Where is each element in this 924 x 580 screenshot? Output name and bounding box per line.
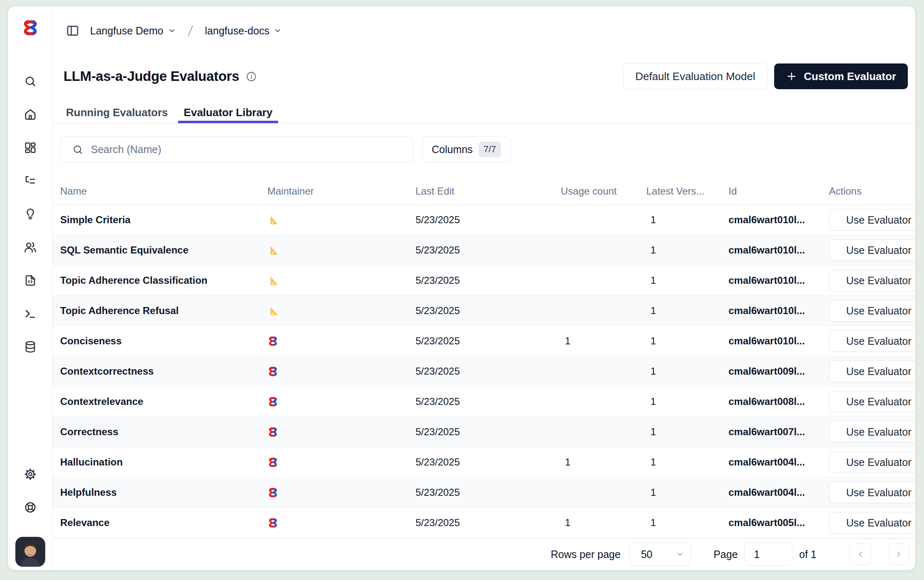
user-avatar[interactable]	[15, 537, 45, 567]
evaluator-name: Relevance	[60, 517, 267, 529]
tab-evaluator-library[interactable]: Evaluator Library	[178, 102, 279, 123]
langfuse-logo-icon[interactable]	[21, 19, 39, 37]
column-header-latest-version[interactable]: Latest Vers...	[646, 185, 728, 197]
tracing-tree-icon[interactable]	[24, 175, 37, 187]
triangular-ruler-icon	[267, 214, 279, 226]
maintainer-cell	[267, 305, 416, 317]
search-input[interactable]	[91, 144, 413, 156]
use-evaluator-button[interactable]: Use Evaluator	[829, 512, 916, 534]
use-evaluator-button[interactable]: Use Evaluator	[829, 300, 916, 322]
next-page-button[interactable]	[888, 543, 909, 565]
column-header-name[interactable]: Name	[60, 185, 267, 197]
app-window: Langfuse Demo langfuse-docs LLM-as-a-Jud…	[7, 6, 916, 570]
use-evaluator-button[interactable]: Use Evaluator	[829, 421, 916, 443]
table-row[interactable]: Contextrelevance 5/23/2025 1 cmal6wart00…	[53, 387, 916, 417]
langfuse-knot-icon	[267, 336, 279, 347]
chevron-left-icon	[856, 550, 865, 559]
table-row[interactable]: SQL Semantic Equivalence 5/23/2025 1 cma…	[53, 235, 916, 266]
last-edit-date: 5/23/2025	[416, 275, 561, 286]
use-evaluator-button[interactable]: Use Evaluator	[829, 209, 916, 231]
use-evaluator-button[interactable]: Use Evaluator	[829, 239, 916, 261]
langfuse-knot-icon	[267, 366, 279, 377]
use-evaluator-button[interactable]: Use Evaluator	[829, 270, 916, 291]
previous-page-button[interactable]	[850, 543, 871, 565]
evaluator-id: cmal6wart008l...	[728, 396, 829, 407]
page-number-input[interactable]	[744, 543, 792, 566]
page-label: Page	[714, 548, 738, 561]
table-row[interactable]: Hallucination 5/23/2025 1 1 cmal6wart004…	[53, 447, 916, 478]
evaluator-id: cmal6wart004l...	[728, 487, 829, 498]
table-row[interactable]: Topic Adherence Classification 5/23/2025…	[53, 266, 916, 296]
tab-bar: Running Evaluators Evaluator Library	[53, 102, 915, 123]
evaluator-name: Correctness	[60, 426, 267, 438]
last-edit-date: 5/23/2025	[416, 305, 561, 317]
use-evaluator-button[interactable]: Use Evaluator	[829, 391, 916, 412]
evaluator-name: Topic Adherence Classification	[60, 275, 267, 286]
langfuse-knot-icon	[267, 396, 279, 407]
chevron-down-icon	[168, 27, 176, 35]
langfuse-knot-icon	[267, 457, 279, 468]
use-evaluator-button[interactable]: Use Evaluator	[829, 361, 916, 382]
table-row[interactable]: Correctness 5/23/2025 1 cmal6wart007l...…	[53, 417, 916, 447]
column-header-actions[interactable]: Actions	[829, 185, 916, 197]
column-header-maintainer[interactable]: Maintainer	[267, 185, 416, 197]
use-evaluator-button[interactable]: Use Evaluator	[829, 451, 916, 473]
datasets-database-icon[interactable]	[24, 341, 37, 353]
column-header-last-edit[interactable]: Last Edit	[416, 185, 561, 197]
breadcrumb-separator	[187, 24, 194, 37]
page-total-label: of 1	[799, 548, 816, 561]
prompts-file-code-icon[interactable]	[24, 274, 37, 287]
support-lifebuoy-icon[interactable]	[24, 501, 37, 514]
users-icon[interactable]	[24, 241, 37, 253]
table-body: Simple Criteria 5/23/2025 1 cmal6wart010…	[53, 205, 915, 538]
evaluator-name: Hallucination	[60, 456, 267, 468]
evaluator-id: cmal6wart005l...	[728, 517, 829, 529]
evaluator-id: cmal6wart007l...	[728, 426, 829, 438]
custom-evaluator-label: Custom Evaluator	[804, 70, 897, 83]
table-row[interactable]: Helpfulness 5/23/2025 1 cmal6wart004l...…	[53, 478, 916, 508]
sidebar-nav	[24, 75, 37, 353]
breadcrumb-project[interactable]: langfuse-docs	[205, 25, 282, 37]
use-evaluator-button[interactable]: Use Evaluator	[829, 330, 916, 352]
page-title: LLM-as-a-Judge Evaluators	[64, 68, 239, 84]
last-edit-date: 5/23/2025	[416, 244, 561, 256]
table-row[interactable]: Simple Criteria 5/23/2025 1 cmal6wart010…	[53, 205, 916, 235]
playground-terminal-icon[interactable]	[24, 307, 37, 320]
info-icon[interactable]	[246, 71, 257, 82]
table-row[interactable]: Relevance 5/23/2025 1 1 cmal6wart005l...…	[53, 508, 916, 538]
evaluator-name: Simple Criteria	[60, 214, 267, 226]
evaluator-id: cmal6wart010l...	[728, 335, 829, 347]
plus-icon	[786, 71, 797, 82]
evaluator-id: cmal6wart010l...	[728, 214, 829, 226]
rows-per-page-label: Rows per page	[551, 548, 621, 561]
home-icon[interactable]	[24, 108, 37, 121]
latest-version: 1	[646, 426, 728, 438]
columns-count-badge: 7/7	[479, 141, 501, 157]
custom-evaluator-button[interactable]: Custom Evaluator	[774, 63, 908, 89]
dashboards-icon[interactable]	[24, 141, 37, 154]
lightbulb-icon[interactable]	[24, 208, 37, 220]
use-evaluator-button[interactable]: Use Evaluator	[829, 482, 916, 503]
maintainer-cell	[267, 275, 416, 286]
maintainer-cell	[267, 366, 416, 377]
latest-version: 1	[646, 366, 728, 377]
column-header-id[interactable]: Id	[728, 185, 829, 197]
table-row[interactable]: Topic Adherence Refusal 5/23/2025 1 cmal…	[53, 296, 916, 326]
search-icon[interactable]	[24, 75, 37, 88]
settings-gear-icon[interactable]	[24, 468, 37, 480]
table-row[interactable]: Conciseness 5/23/2025 1 1 cmal6wart010l.…	[53, 326, 916, 356]
langfuse-knot-icon	[267, 487, 279, 498]
rows-per-page-value: 50	[641, 548, 653, 561]
search-box	[60, 136, 413, 163]
evaluator-name: Contextcorrectness	[60, 366, 267, 377]
rows-per-page-select[interactable]: 50	[630, 543, 691, 566]
breadcrumb-org[interactable]: Langfuse Demo	[90, 25, 176, 37]
maintainer-cell	[267, 517, 416, 529]
default-evaluation-model-button[interactable]: Default Evaluation Model	[623, 63, 767, 89]
table-row[interactable]: Contextcorrectness 5/23/2025 1 cmal6wart…	[53, 356, 916, 387]
sidebar-toggle-icon[interactable]	[66, 24, 79, 37]
tab-running-evaluators[interactable]: Running Evaluators	[60, 102, 174, 123]
columns-button[interactable]: Columns 7/7	[422, 136, 511, 163]
triangular-ruler-icon	[267, 305, 279, 317]
column-header-usage-count[interactable]: Usage count	[561, 185, 646, 197]
